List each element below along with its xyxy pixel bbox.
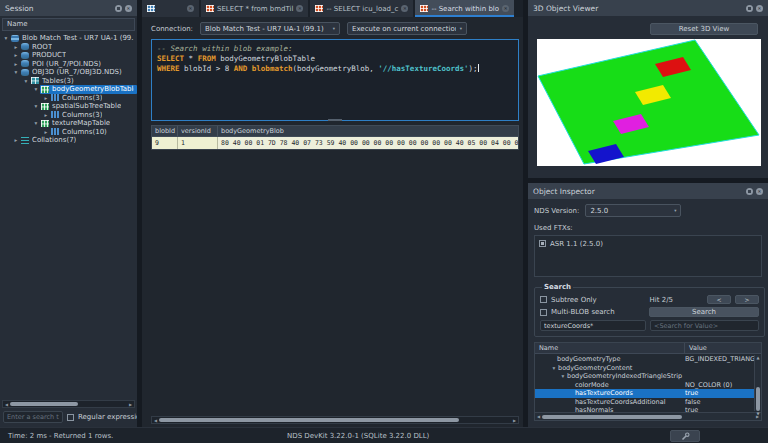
regex-checkbox[interactable] xyxy=(67,414,74,421)
expander-icon[interactable] xyxy=(550,364,558,373)
scrollbar-thumb[interactable] xyxy=(756,387,760,411)
inspector-row-hastexturecoordsadditional[interactable]: hasTextureCoordsAdditional false xyxy=(535,398,761,407)
text-cursor xyxy=(478,64,479,72)
tree-item-columns-2[interactable]: Columns(3) xyxy=(0,111,137,120)
expander-icon[interactable] xyxy=(32,119,40,128)
results-cell-blobid[interactable]: 9 xyxy=(152,137,178,149)
scrollbar-thumb[interactable] xyxy=(10,402,78,406)
tree-item-connection-root[interactable]: Blob Match Test - UR7 UA-1 (99.1) xyxy=(0,34,137,43)
tree-item-collations[interactable]: Collations(7) xyxy=(0,136,137,145)
subtree-only-checkbox[interactable] xyxy=(540,296,547,303)
tree-filter-input[interactable] xyxy=(3,411,63,423)
multi-blob-checkbox[interactable] xyxy=(540,309,547,316)
expander-icon[interactable] xyxy=(42,111,50,120)
inspector-row-hastexturecoords[interactable]: hasTextureCoords true xyxy=(535,389,761,398)
session-titlebar[interactable]: Session xyxy=(0,0,137,16)
close-panel-icon[interactable] xyxy=(756,188,763,195)
tab-search-within-blob[interactable]: -- Search within blo xyxy=(415,0,516,17)
float-panel-icon[interactable] xyxy=(746,188,753,195)
value-filter-input[interactable] xyxy=(650,320,759,331)
previous-hit-button[interactable]: < xyxy=(707,295,731,304)
inspector-vscrollbar[interactable]: ▲ ▼ xyxy=(754,355,761,411)
results-column-header[interactable]: versionId xyxy=(178,126,218,136)
tab-select-icu-load[interactable]: -- SELECT icu_load_c xyxy=(310,0,415,17)
tree-item-columns-1[interactable]: Columns(3) xyxy=(0,94,137,103)
expander-icon[interactable] xyxy=(42,128,50,137)
inspector-row-indexedtrianglestrip[interactable]: bodyGeometryIndexedTriangleStrip xyxy=(535,372,761,381)
execute-mode-select[interactable]: Execute on current connection xyxy=(347,22,467,35)
scroll-down-icon[interactable]: ▼ xyxy=(756,411,759,417)
results-row[interactable]: 9 1 80 40 00 01 7D 78 40 07 73 59 40 00 … xyxy=(151,137,519,150)
close-tab-icon[interactable] xyxy=(187,5,194,12)
session-panel-title: Session xyxy=(5,4,34,13)
scroll-up-icon[interactable]: ▲ xyxy=(756,355,759,361)
expander-icon[interactable] xyxy=(32,85,40,94)
tab-select-from-bmdtil[interactable]: SELECT * from bmdTil xyxy=(201,0,310,17)
3d-canvas[interactable] xyxy=(537,39,761,166)
inspector-row-colormode[interactable]: colorMode NO_COLOR (0) xyxy=(535,381,761,390)
inspector-hscrollbar[interactable]: ◀ ▶ xyxy=(535,412,761,420)
float-panel-icon[interactable] xyxy=(746,5,753,12)
scroll-right-icon[interactable]: ▶ xyxy=(511,418,518,423)
results-column-header[interactable]: bodyGeometryBlob xyxy=(218,126,518,136)
tree-item-obj3d[interactable]: OBJ3D (UR_7/OBJ3D.NDS) xyxy=(0,68,137,77)
scroll-left-icon[interactable]: ◀ xyxy=(535,414,542,419)
inspector-row-bodygeometrycontent[interactable]: bodyGeometryContent xyxy=(535,364,761,373)
results-column-header[interactable]: blobId xyxy=(152,126,178,136)
connection-select[interactable]: Blob Match Test - UR7 UA-1 (99.1) xyxy=(200,22,340,35)
expander-icon[interactable] xyxy=(559,372,567,381)
object-inspector-panel: Object Inspector NDS Version: 2.5.0 Used… xyxy=(528,183,768,427)
expander-icon[interactable] xyxy=(12,43,20,52)
expander-icon[interactable] xyxy=(42,94,50,103)
name-filter-input[interactable] xyxy=(540,320,646,331)
ftx-checkbox[interactable] xyxy=(539,240,546,247)
tree-item-texturemaptable[interactable]: textureMapTable xyxy=(0,119,137,128)
inspector-row-bodygeometrytype[interactable]: bodyGeometryType BG_INDEXED_TRIANG xyxy=(535,355,761,364)
next-hit-button[interactable]: > xyxy=(735,295,759,304)
expander-icon[interactable] xyxy=(12,136,20,145)
scrollbar-thumb[interactable] xyxy=(159,418,459,422)
close-tab-icon[interactable] xyxy=(401,5,408,12)
tree-item-bodygeometryblobtable[interactable]: bodyGeometryBlobTable xyxy=(0,85,137,94)
close-panel-icon[interactable] xyxy=(756,5,763,12)
reset-3d-view-button[interactable]: Reset 3D View xyxy=(650,23,758,35)
results-cell-blob[interactable]: 80 40 00 01 7D 78 40 07 73 59 40 00 00 0… xyxy=(218,137,518,149)
sql-editor[interactable]: -- Search within blob example: SELECT * … xyxy=(151,39,519,121)
nds-version-label: NDS Version: xyxy=(534,207,579,215)
expander-icon[interactable] xyxy=(2,34,10,43)
tree-item-poi[interactable]: POI (UR_7/POI.NDS) xyxy=(0,60,137,69)
close-tab-icon[interactable] xyxy=(296,5,303,12)
expander-icon[interactable] xyxy=(22,77,30,86)
results-cell-versionid[interactable]: 1 xyxy=(178,137,218,149)
expander-icon[interactable] xyxy=(12,60,20,69)
tree-item-spatialsubtreetable[interactable]: spatialSubTreeTable xyxy=(0,102,137,111)
tree-item-product[interactable]: PRODUCT xyxy=(0,51,137,60)
table-tab-icon xyxy=(206,5,214,12)
scrollbar-thumb[interactable] xyxy=(542,415,682,419)
ftx-list-item[interactable]: ASR 1.1 (2.5.0) xyxy=(539,239,757,248)
scroll-right-icon[interactable]: ▶ xyxy=(127,402,134,407)
3d-viewer-titlebar[interactable]: 3D Object Viewer xyxy=(528,0,768,16)
expander-icon[interactable] xyxy=(12,68,20,77)
tab-untitled[interactable] xyxy=(142,0,201,17)
nds-version-select[interactable]: 2.5.0 xyxy=(585,204,681,217)
name-column-header[interactable]: Name xyxy=(535,343,685,353)
tree-item-root[interactable]: ROOT xyxy=(0,43,137,52)
session-hscrollbar[interactable]: ◀ ▶ xyxy=(2,400,135,408)
scroll-left-icon[interactable]: ◀ xyxy=(152,418,159,423)
float-panel-icon[interactable] xyxy=(115,5,122,12)
search-button[interactable]: Search xyxy=(649,307,759,317)
scroll-left-icon[interactable]: ◀ xyxy=(3,402,10,407)
expander-icon[interactable] xyxy=(12,51,20,60)
object-inspector-titlebar[interactable]: Object Inspector xyxy=(528,183,768,199)
value-column-header[interactable]: Value xyxy=(685,343,761,353)
expander-icon[interactable] xyxy=(32,102,40,111)
close-panel-icon[interactable] xyxy=(125,5,132,12)
session-name-column-header[interactable]: Name xyxy=(2,18,135,31)
close-tab-icon[interactable] xyxy=(502,5,509,12)
tree-item-tables[interactable]: Tables(3) xyxy=(0,77,137,86)
results-hscrollbar[interactable]: ◀ ▶ xyxy=(151,416,519,424)
tree-item-columns-3[interactable]: Columns(10) xyxy=(0,128,137,137)
object-inspector-title: Object Inspector xyxy=(533,187,595,196)
tools-button[interactable] xyxy=(670,430,700,442)
